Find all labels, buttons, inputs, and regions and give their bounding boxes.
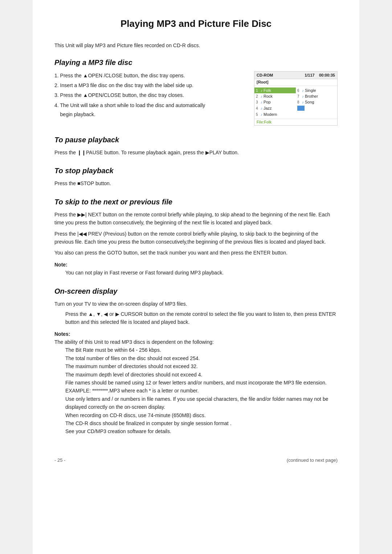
pause-text: Press the ❙❙PAUSE button. To resume play… bbox=[54, 148, 338, 156]
skip-note-label: Note: bbox=[54, 261, 338, 269]
onscreen-note-dirs: The maximum number of directories should… bbox=[65, 362, 338, 370]
skip-para-1: Press the ▶▶| NEXT button on the remote … bbox=[54, 211, 338, 227]
page: Playing MP3 and Picture File Disc This U… bbox=[33, 0, 359, 554]
cdrom-root: [Root] bbox=[254, 79, 337, 86]
mp3-step-3: 3. Press the ▲OPEN/CLOSE button, the dis… bbox=[54, 91, 243, 100]
stop-text: Press the ■STOP button. bbox=[54, 179, 338, 187]
cdrom-footer: File:Folk bbox=[254, 119, 337, 125]
onscreen-cursor-text: Press the ▲, ▼, ◀ or ▶ CURSOR button on … bbox=[65, 310, 338, 326]
skip-note-text: You can not play in Fast reverse or Fast… bbox=[65, 269, 338, 277]
onscreen-heading: On-screen display bbox=[54, 287, 338, 296]
section-stop: To stop playback Press the ■STOP button. bbox=[54, 167, 338, 187]
music-note-icon: ♪ bbox=[261, 100, 262, 104]
cdrom-files-grid: 1 ♪ Folk 6 ♪ Single 2 ♪ Rock bbox=[254, 86, 337, 119]
section-pause: To pause playback Press the ❙❙PAUSE butt… bbox=[54, 136, 338, 156]
pause-heading: To pause playback bbox=[54, 136, 338, 144]
onscreen-note-bitrate: The Bit Rate must be within 64 - 256 kbp… bbox=[65, 346, 338, 354]
mp3-step-2: 2. Insert a MP3 file disc on the disc tr… bbox=[54, 81, 243, 90]
music-note-icon: ♪ bbox=[302, 89, 304, 93]
onscreen-note-depth: The maximum depth level of directories s… bbox=[65, 371, 338, 379]
skip-para-3: You also can press the GOTO button, set … bbox=[54, 249, 338, 257]
cdrom-file-empty-1 bbox=[296, 105, 337, 111]
onscreen-note-software: See your CD/MP3 creation software for de… bbox=[65, 427, 338, 435]
skip-para-2: Press the |◀◀ PREV (Previous) button on … bbox=[54, 230, 338, 246]
mp3-section-content: 1. Press the ▲OPEN /CLOSE button, the di… bbox=[54, 71, 338, 126]
onscreen-note-finalized: The CD-R discs should be finalized in co… bbox=[65, 419, 338, 427]
music-note-icon: ♪ bbox=[261, 89, 262, 93]
cdrom-file-song: 8 ♪ Song bbox=[296, 99, 337, 105]
cdrom-track: 1/117 00:00:35 bbox=[305, 73, 335, 77]
page-title: Playing MP3 and Picture File Disc bbox=[54, 18, 338, 29]
cdrom-label: CD-ROM bbox=[257, 73, 273, 77]
onscreen-note-letters: Use only letters and / or numbers in fil… bbox=[65, 395, 338, 411]
music-note-icon: ♪ bbox=[261, 94, 262, 98]
mp3-step-4: 4. The Unit will take a short while to l… bbox=[54, 101, 243, 119]
onscreen-intro: Turn on your TV to view the on-screen di… bbox=[54, 300, 338, 308]
skip-heading: To skip to the next or previous file bbox=[54, 198, 338, 206]
music-note-icon: ♪ bbox=[261, 113, 262, 117]
page-number: - 25 - bbox=[54, 457, 65, 463]
cdrom-file-pop: 3 ♪ Pop bbox=[254, 99, 296, 105]
section-skip: To skip to the next or previous file Pre… bbox=[54, 198, 338, 277]
cdrom-file-brother: 7 ♪ Brother bbox=[296, 93, 337, 99]
mp3-step-1: 1. Press the ▲OPEN /CLOSE button, the di… bbox=[54, 71, 243, 80]
stop-heading: To stop playback bbox=[54, 167, 338, 175]
onscreen-note-cdr: When recording on CD-R discs, use 74-min… bbox=[65, 411, 338, 419]
music-note-icon: ♪ bbox=[302, 94, 304, 98]
mp3-steps-container: 1. Press the ▲OPEN /CLOSE button, the di… bbox=[54, 71, 243, 120]
mp3-steps-list: 1. Press the ▲OPEN /CLOSE button, the di… bbox=[54, 71, 243, 119]
cdrom-file-rock: 2 ♪ Rock bbox=[254, 93, 296, 99]
music-note-icon: ♪ bbox=[261, 106, 262, 110]
cdrom-file-empty-2 bbox=[296, 111, 337, 117]
cdrom-file-single: 6 ♪ Single bbox=[296, 87, 337, 93]
onscreen-notes-intro: The ability of this Unit to read MP3 dis… bbox=[54, 338, 338, 346]
cdrom-widget: CD-ROM 1/117 00:00:35 [Root] 1 ♪ Folk bbox=[254, 71, 338, 126]
cdrom-file-folk: 1 ♪ Folk bbox=[254, 87, 296, 93]
cdrom-header: CD-ROM 1/117 00:00:35 bbox=[254, 72, 337, 79]
playing-mp3-heading: Playing a MP3 file disc bbox=[54, 58, 338, 67]
page-footer: - 25 - (continued to next page) bbox=[54, 457, 338, 463]
intro-text: This Unit will play MP3 and Picture file… bbox=[54, 42, 338, 48]
continued-label: (continued to next page) bbox=[287, 457, 338, 463]
onscreen-notes-label: Notes: bbox=[54, 330, 338, 338]
cdrom-file-jazz: 4 ♪ Jazz bbox=[254, 105, 296, 111]
music-note-icon: ♪ bbox=[302, 100, 304, 104]
onscreen-note-files: The total number of files on the disc sh… bbox=[65, 354, 338, 362]
section-onscreen: On-screen display Turn on your TV to vie… bbox=[54, 287, 338, 436]
onscreen-note-filenames: File names should be named using 12 or f… bbox=[65, 379, 338, 395]
cdrom-file-modern: 5 ♪ Modern bbox=[254, 111, 296, 117]
section-playing-mp3: Playing a MP3 file disc 1. Press the ▲OP… bbox=[54, 58, 338, 126]
